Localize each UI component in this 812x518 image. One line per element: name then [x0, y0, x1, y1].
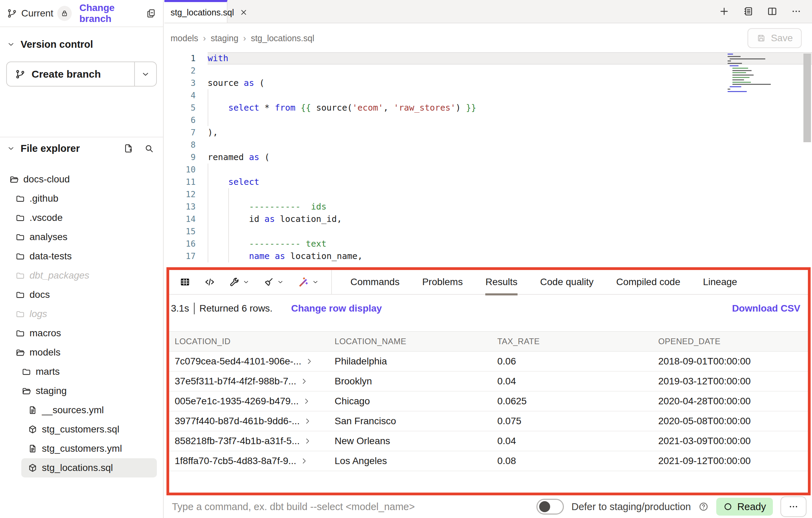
build-menu-button[interactable] — [222, 277, 256, 288]
expand-cell-icon[interactable] — [305, 358, 313, 365]
code-line-3[interactable]: 3source as ( — [164, 77, 812, 89]
more-button[interactable] — [780, 496, 807, 517]
line-number: 9 — [164, 151, 196, 164]
close-icon[interactable] — [240, 8, 248, 16]
column-header[interactable]: TAX_RATE — [492, 337, 653, 346]
code-line-17[interactable]: 17 name as location_name, — [164, 250, 812, 262]
editor-scrollbar[interactable] — [803, 54, 811, 142]
minimap[interactable] — [728, 54, 772, 95]
code-line-8[interactable]: 8 — [164, 139, 812, 151]
panel-tab-problems[interactable]: Problems — [422, 270, 463, 294]
table-row[interactable]: 37e5f311-b7f4-4f2f-988b-7... Brooklyn 0.… — [169, 372, 808, 392]
tree-item-analyses[interactable]: analyses — [0, 227, 163, 247]
tree-item-dbt-packages[interactable]: dbt_packages — [0, 266, 163, 285]
column-header[interactable]: LOCATION_NAME — [329, 337, 492, 346]
ellipsis-icon — [788, 501, 799, 512]
code-line-2[interactable]: 2 — [164, 65, 812, 77]
cell-location-id: 37e5f311-b7f4-4f2f-988b-7... — [169, 376, 329, 387]
tree-item-marts[interactable]: marts — [0, 362, 163, 381]
query-time: 3.1s — [171, 303, 189, 314]
code-line-16[interactable]: 16 ---------- text — [164, 238, 812, 250]
table-row[interactable]: 005e7e1c-1935-4269-b479... Chicago 0.062… — [169, 392, 808, 412]
code-line-12[interactable]: 12 — [164, 188, 812, 201]
git-branch-icon — [7, 8, 17, 19]
download-csv-link[interactable]: Download CSV — [732, 303, 800, 314]
tree-item--sources-yml[interactable]: __sources.yml — [0, 401, 163, 420]
panel-toolbar: CommandsProblemsResultsCode qualityCompi… — [169, 270, 808, 295]
tree-item-stg-customers-sql[interactable]: stg_customers.sql — [0, 420, 163, 439]
panel-tab-code-quality[interactable]: Code quality — [540, 270, 594, 294]
change-row-display-link[interactable]: Change row display — [291, 303, 382, 314]
code-line-13[interactable]: 13 ---------- ids — [164, 201, 812, 213]
create-branch-dropdown[interactable] — [134, 62, 156, 86]
panel-tab-commands[interactable]: Commands — [350, 270, 399, 294]
preview-grid-button[interactable] — [173, 277, 197, 288]
defer-toggle[interactable] — [536, 499, 564, 515]
tree-item-data-tests[interactable]: data-tests — [0, 247, 163, 266]
ai-fix-menu-button[interactable] — [291, 276, 326, 288]
command-input[interactable]: Type a command, ex. dbt build --select <… — [172, 501, 529, 513]
code-line-4[interactable]: 4 — [164, 89, 812, 102]
tree-item-staging[interactable]: staging — [0, 381, 163, 401]
more-options-icon[interactable] — [791, 6, 802, 17]
code-line-1[interactable]: 1with — [164, 52, 812, 65]
tree-item-logs[interactable]: logs — [0, 304, 163, 324]
change-branch-link[interactable]: Change branch — [79, 2, 146, 24]
status-divider — [194, 303, 195, 314]
column-header[interactable]: LOCATION_ID — [169, 337, 329, 346]
compile-code-button[interactable] — [197, 277, 222, 288]
expand-cell-icon[interactable] — [303, 397, 310, 405]
tree-item-docs-cloud[interactable]: docs-cloud — [0, 170, 163, 189]
tab-title: stg_locations.sql — [171, 8, 234, 18]
help-icon[interactable] — [698, 502, 709, 512]
tab-stg-locations[interactable]: stg_locations.sql — [164, 0, 228, 23]
search-icon[interactable] — [144, 143, 154, 154]
breadcrumb-item[interactable]: models — [171, 33, 198, 43]
tree-item--vscode[interactable]: .vscode — [0, 208, 163, 227]
expand-cell-icon[interactable] — [304, 417, 311, 425]
table-row[interactable]: 3977f440-b87d-461b-9dd6-... San Francisc… — [169, 412, 808, 431]
code-line-7[interactable]: 7), — [164, 126, 812, 139]
split-view-icon[interactable] — [767, 6, 778, 17]
tree-item-stg-customers-yml[interactable]: stg_customers.yml — [0, 439, 163, 458]
file-explorer-header[interactable]: File explorer — [0, 137, 163, 159]
tree-item-stg-locations-sql[interactable]: stg_locations.sql — [21, 458, 157, 477]
new-file-icon[interactable] — [123, 143, 134, 154]
panel-tab-results[interactable]: Results — [485, 270, 517, 294]
code-line-14[interactable]: 14 id as location_id, — [164, 213, 812, 225]
tree-item-docs[interactable]: docs — [0, 285, 163, 304]
line-number: 14 — [164, 213, 196, 225]
code-editor[interactable]: 1with23source as (45 select * from {{ so… — [164, 52, 812, 267]
git-branch-icon — [15, 69, 25, 79]
save-button[interactable]: Save — [747, 28, 802, 48]
expand-cell-icon[interactable] — [300, 378, 308, 385]
code-line-11[interactable]: 11 select — [164, 176, 812, 188]
table-row[interactable]: 1f8ffa70-7cb5-4d83-8a7f-9... Los Angeles… — [169, 451, 808, 471]
panel-tab-compiled-code[interactable]: Compiled code — [616, 270, 680, 294]
code-line-9[interactable]: 9renamed as ( — [164, 151, 812, 164]
code-line-10[interactable]: 10 — [164, 164, 812, 176]
breadcrumb-item[interactable]: stg_locations.sql — [251, 33, 314, 43]
expand-cell-icon[interactable] — [300, 457, 308, 465]
breadcrumb-item[interactable]: staging — [211, 33, 239, 43]
cell-location-id: 7c079cea-5ed4-4101-906e-... — [169, 356, 329, 367]
table-row[interactable]: 7c079cea-5ed4-4101-906e-... Philadelphia… — [169, 352, 808, 372]
create-branch-button[interactable]: Create branch — [7, 62, 134, 86]
column-header[interactable]: OPENED_DATE — [653, 337, 808, 346]
panel-tabs: CommandsProblemsResultsCode qualityCompi… — [350, 270, 737, 294]
tree-item-models[interactable]: models — [0, 343, 163, 362]
tree-item-macros[interactable]: macros — [0, 324, 163, 343]
new-tab-icon[interactable] — [719, 6, 730, 17]
lint-menu-button[interactable] — [256, 277, 291, 288]
code-line-6[interactable]: 6 — [164, 114, 812, 126]
panel-tab-lineage[interactable]: Lineage — [703, 270, 737, 294]
copy-icon[interactable] — [146, 8, 156, 19]
code-line-5[interactable]: 5 select * from {{ source('ecom', 'raw_s… — [164, 102, 812, 114]
changelog-icon[interactable] — [743, 6, 754, 17]
expand-cell-icon[interactable] — [304, 437, 311, 445]
table-row[interactable]: 858218fb-73f7-4b1b-a31f-5... New Orleans… — [169, 431, 808, 451]
version-control-header[interactable]: Version control — [0, 33, 163, 55]
tree-item--github[interactable]: .github — [0, 189, 163, 208]
code-line-15[interactable]: 15 — [164, 225, 812, 238]
editor-tabbar: stg_locations.sql — [164, 0, 812, 23]
